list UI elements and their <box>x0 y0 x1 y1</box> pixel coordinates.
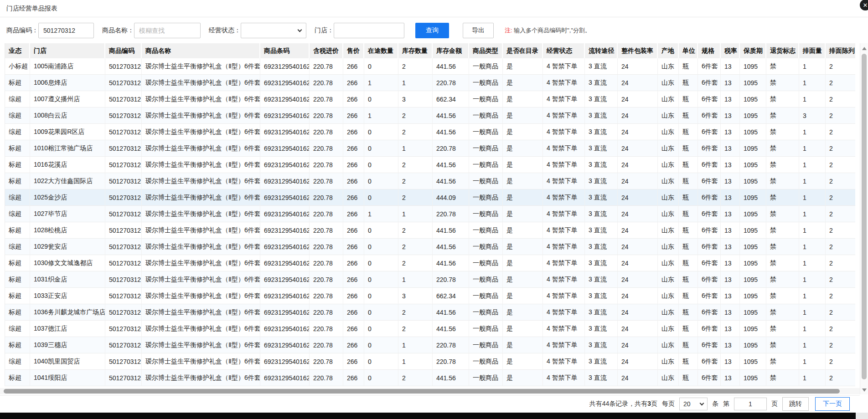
table-row[interactable]: 标超1039三穗店501270312瑷尔博士益生平衡修护礼盒（Ⅱ型）6件套692… <box>5 337 855 353</box>
cell-origin: 山东 <box>658 107 679 124</box>
cell-spec: 6件套 <box>698 124 721 140</box>
scroll-down-icon[interactable] <box>862 388 867 392</box>
cell-type: 一般商品 <box>469 157 503 173</box>
product-name-input[interactable] <box>134 23 201 38</box>
table-row[interactable]: 综超1007遵义播州店501270312瑷尔博士益生平衡修护礼盒（Ⅱ型）6件套6… <box>5 91 855 107</box>
cell-store: 1009花果园R区店 <box>30 124 105 140</box>
cell-spec: 6件套 <box>698 58 721 75</box>
cell-name: 瑷尔博士益生平衡修护礼盒（Ⅱ型）6件套 <box>142 239 260 255</box>
column-header-return_flag: 退货标志 <box>766 43 799 58</box>
cell-op_status: 4 暂禁下单 <box>543 321 585 337</box>
operating-status-select[interactable] <box>241 23 306 38</box>
page-prefix: 第 <box>723 400 729 408</box>
note-text: 输入多个商品编码时","分割。 <box>514 27 591 34</box>
cell-op_status: 4 暂禁下单 <box>543 124 585 140</box>
cell-price_in: 220.78 <box>310 157 343 173</box>
table-row[interactable]: 标超1041绥阳店501270312瑷尔博士益生平衡修护礼盒（Ⅱ型）6件套692… <box>5 370 855 386</box>
table-row[interactable]: 标超1030修文文城逸都店501270312瑷尔博士益生平衡修护礼盒（Ⅱ型）6件… <box>5 255 855 271</box>
table-row[interactable]: 标超1033正安店501270312瑷尔博士益生平衡修护礼盒（Ⅱ型）6件套692… <box>5 288 855 304</box>
table-row[interactable]: 综超1008白云店501270312瑷尔博士益生平衡修护礼盒（Ⅱ型）6件套692… <box>5 107 855 124</box>
cell-code: 501270312 <box>105 239 142 255</box>
cell-spec: 6件套 <box>698 271 721 288</box>
table-row[interactable]: 标超1022大方佳鑫国际店501270312瑷尔博士益生平衡修护礼盒（Ⅱ型）6件… <box>5 173 855 189</box>
close-button[interactable]: ✕ <box>860 0 868 10</box>
cell-price_sale: 266 <box>343 239 364 255</box>
cell-facing_display: 2 <box>826 173 855 189</box>
cell-stock_qty: 2 <box>398 222 433 239</box>
cell-unit: 瓶 <box>679 239 698 255</box>
cell-price_sale: 266 <box>343 206 364 222</box>
cell-yetai: 综超 <box>5 189 30 206</box>
table-row[interactable]: 综超1037德江店501270312瑷尔博士益生平衡修护礼盒（Ⅱ型）6件套692… <box>5 321 855 337</box>
cell-stock_qty: 2 <box>398 255 433 271</box>
store-input[interactable] <box>334 23 404 38</box>
cell-facing_qty: 1 <box>799 353 826 370</box>
cell-barcode: 6923129540162 <box>260 124 310 140</box>
cell-facing_display: 2 <box>826 304 855 321</box>
jump-button[interactable]: 跳转 <box>782 397 809 411</box>
table-row[interactable]: 标超1031织金店501270312瑷尔博士益生平衡修护礼盒（Ⅱ型）6件套692… <box>5 271 855 288</box>
cell-origin: 山东 <box>658 353 679 370</box>
next-page-button[interactable]: 下一页 <box>815 397 850 411</box>
cell-type: 一般商品 <box>469 107 503 124</box>
cell-channel: 3 直流 <box>585 189 618 206</box>
cell-op_status: 4 暂禁下单 <box>543 75 585 91</box>
cell-channel: 3 直流 <box>585 107 618 124</box>
product-code-input[interactable] <box>38 23 94 38</box>
cell-return_flag: 禁 <box>766 140 799 157</box>
cell-facing_qty: 1 <box>799 140 826 157</box>
table-row[interactable]: 综超1040凯里国贸店501270312瑷尔博士益生平衡修护礼盒（Ⅱ型）6件套6… <box>5 353 855 370</box>
table-row[interactable]: 综超1027毕节店501270312瑷尔博士益生平衡修护礼盒（Ⅱ型）6件套692… <box>5 206 855 222</box>
cell-return_flag: 禁 <box>766 370 799 386</box>
cell-pack_rate: 24 <box>618 58 658 75</box>
table-row[interactable]: 标超1006息烽店501270312瑷尔博士益生平衡修护礼盒（Ⅱ型）6件套692… <box>5 75 855 91</box>
cell-return_flag: 禁 <box>766 353 799 370</box>
table-row[interactable]: 标超1010榕江常驰广场店501270312瑷尔博士益生平衡修护礼盒（Ⅱ型）6件… <box>5 140 855 157</box>
cell-stock_amount: 441.56 <box>433 321 469 337</box>
cell-in_catalog: 是 <box>503 370 543 386</box>
table-row[interactable]: 标超1016花溪店501270312瑷尔博士益生平衡修护礼盒（Ⅱ型）6件套692… <box>5 157 855 173</box>
table-row[interactable]: 综超1025金沙店501270312瑷尔博士益生平衡修护礼盒（Ⅱ型）6件套692… <box>5 189 855 206</box>
page-title: 门店经营单品报表 <box>6 5 57 13</box>
vertical-scrollbar[interactable] <box>860 43 868 394</box>
cell-name: 瑷尔博士益生平衡修护礼盒（Ⅱ型）6件套 <box>142 58 260 75</box>
cell-pack_rate: 24 <box>618 304 658 321</box>
cell-facing_qty: 1 <box>799 239 826 255</box>
cell-stock_amount: 220.78 <box>433 271 469 288</box>
cell-price_in: 220.78 <box>310 140 343 157</box>
horizontal-scrollbar[interactable] <box>0 388 860 394</box>
table-row[interactable]: 小标超1005南浦路店501270312瑷尔博士益生平衡修护礼盒（Ⅱ型）6件套6… <box>5 58 855 75</box>
horizontal-scrollbar-thumb[interactable] <box>4 389 840 393</box>
input-hint-note: 注: 输入多个商品编码时","分割。 <box>505 26 591 35</box>
cell-op_status: 4 暂禁下单 <box>543 189 585 206</box>
chevron-down-icon <box>700 401 704 406</box>
column-header-barcode: 商品条码 <box>260 43 310 58</box>
scroll-up-icon[interactable] <box>862 47 867 50</box>
export-button[interactable]: 导出 <box>463 23 494 38</box>
column-header-name: 商品名称 <box>142 43 260 58</box>
cell-op_status: 4 暂禁下单 <box>543 239 585 255</box>
cell-channel: 3 直流 <box>585 173 618 189</box>
cell-in_catalog: 是 <box>503 288 543 304</box>
table-row[interactable]: 标超1028松桃店501270312瑷尔博士益生平衡修护礼盒（Ⅱ型）6件套692… <box>5 222 855 239</box>
cell-tax_rate: 13 <box>721 75 740 91</box>
cell-barcode: 6923129540162 <box>260 107 310 124</box>
query-button[interactable]: 查询 <box>415 23 449 38</box>
cell-transit_qty: 1 <box>364 206 398 222</box>
per-page-select[interactable]: 20 <box>679 398 708 410</box>
cell-yetai: 综超 <box>5 124 30 140</box>
cell-transit_qty: 0 <box>364 222 398 239</box>
cell-origin: 山东 <box>658 239 679 255</box>
table-row[interactable]: 综超1009花果园R区店501270312瑷尔博士益生平衡修护礼盒（Ⅱ型）6件套… <box>5 124 855 140</box>
table-row[interactable]: 标超1036务川麒龙城市广场店501270312瑷尔博士益生平衡修护礼盒（Ⅱ型）… <box>5 304 855 321</box>
cell-price_in: 220.78 <box>310 239 343 255</box>
cell-tax_rate: 13 <box>721 189 740 206</box>
table-row[interactable]: 综超1029瓮安店501270312瑷尔博士益生平衡修护礼盒（Ⅱ型）6件套692… <box>5 239 855 255</box>
cell-stock_qty: 1 <box>398 140 433 157</box>
operating-status-label: 经营状态： <box>209 26 241 35</box>
cell-tax_rate: 13 <box>721 107 740 124</box>
vertical-scrollbar-thumb[interactable] <box>862 54 867 379</box>
cell-yetai: 综超 <box>5 321 30 337</box>
cell-op_status: 4 暂禁下单 <box>543 288 585 304</box>
page-number-input[interactable] <box>734 398 767 410</box>
